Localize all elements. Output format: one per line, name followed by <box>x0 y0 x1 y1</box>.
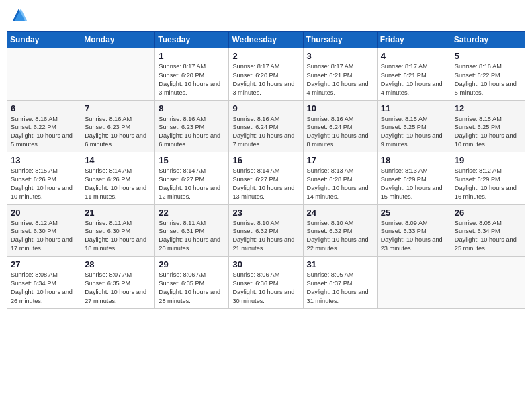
calendar-cell: 1Sunrise: 8:17 AM Sunset: 6:20 PM Daylig… <box>155 48 229 101</box>
day-info: Sunrise: 8:13 AM Sunset: 6:29 PM Dayligh… <box>381 167 447 201</box>
day-info: Sunrise: 8:16 AM Sunset: 6:22 PM Dayligh… <box>11 115 77 150</box>
weekday-header-thursday: Thursday <box>303 32 377 48</box>
calendar-cell <box>81 48 155 101</box>
day-info: Sunrise: 8:16 AM Sunset: 6:24 PM Dayligh… <box>307 115 373 150</box>
calendar-cell: 9Sunrise: 8:16 AM Sunset: 6:24 PM Daylig… <box>229 100 303 152</box>
weekday-header-monday: Monday <box>81 32 155 48</box>
logo <box>9 7 30 26</box>
day-info: Sunrise: 8:12 AM Sunset: 6:30 PM Dayligh… <box>11 219 77 254</box>
day-number: 2 <box>232 51 299 61</box>
calendar-cell: 10Sunrise: 8:16 AM Sunset: 6:24 PM Dayli… <box>303 100 377 152</box>
day-info: Sunrise: 8:16 AM Sunset: 6:23 PM Dayligh… <box>85 115 151 150</box>
page-header <box>7 7 525 26</box>
day-info: Sunrise: 8:16 AM Sunset: 6:23 PM Dayligh… <box>159 115 225 150</box>
day-number: 9 <box>232 103 299 113</box>
day-info: Sunrise: 8:08 AM Sunset: 6:34 PM Dayligh… <box>455 219 521 254</box>
calendar-cell: 14Sunrise: 8:14 AM Sunset: 6:26 PM Dayli… <box>81 152 155 205</box>
day-number: 17 <box>307 155 373 165</box>
day-info: Sunrise: 8:15 AM Sunset: 6:26 PM Dayligh… <box>11 167 77 201</box>
day-number: 4 <box>381 51 447 61</box>
day-number: 24 <box>307 208 373 218</box>
day-info: Sunrise: 8:08 AM Sunset: 6:34 PM Dayligh… <box>11 271 77 306</box>
day-info: Sunrise: 8:05 AM Sunset: 6:37 PM Dayligh… <box>307 271 373 306</box>
day-info: Sunrise: 8:17 AM Sunset: 6:21 PM Dayligh… <box>381 62 447 97</box>
day-info: Sunrise: 8:15 AM Sunset: 6:25 PM Dayligh… <box>381 115 447 150</box>
calendar-cell: 6Sunrise: 8:16 AM Sunset: 6:22 PM Daylig… <box>7 100 81 152</box>
day-number: 8 <box>159 103 225 113</box>
calendar-cell: 19Sunrise: 8:12 AM Sunset: 6:29 PM Dayli… <box>451 152 525 205</box>
day-number: 19 <box>455 155 521 165</box>
day-info: Sunrise: 8:15 AM Sunset: 6:25 PM Dayligh… <box>455 115 521 150</box>
calendar-cell: 2Sunrise: 8:17 AM Sunset: 6:20 PM Daylig… <box>229 48 303 101</box>
day-info: Sunrise: 8:06 AM Sunset: 6:36 PM Dayligh… <box>232 271 299 306</box>
day-info: Sunrise: 8:09 AM Sunset: 6:33 PM Dayligh… <box>381 219 447 254</box>
calendar-cell: 8Sunrise: 8:16 AM Sunset: 6:23 PM Daylig… <box>155 100 229 152</box>
weekday-header-row: SundayMondayTuesdayWednesdayThursdayFrid… <box>7 32 525 48</box>
calendar-cell: 12Sunrise: 8:15 AM Sunset: 6:25 PM Dayli… <box>451 100 525 152</box>
day-number: 25 <box>381 208 447 218</box>
calendar-cell: 13Sunrise: 8:15 AM Sunset: 6:26 PM Dayli… <box>7 152 81 205</box>
day-number: 14 <box>85 155 151 165</box>
calendar-week-2: 6Sunrise: 8:16 AM Sunset: 6:22 PM Daylig… <box>7 100 525 152</box>
day-number: 11 <box>381 103 447 113</box>
day-info: Sunrise: 8:10 AM Sunset: 6:32 PM Dayligh… <box>232 219 299 254</box>
calendar-cell: 5Sunrise: 8:16 AM Sunset: 6:22 PM Daylig… <box>451 48 525 101</box>
weekday-header-wednesday: Wednesday <box>229 32 303 48</box>
day-number: 1 <box>159 51 225 61</box>
day-number: 10 <box>307 103 373 113</box>
calendar-cell: 20Sunrise: 8:12 AM Sunset: 6:30 PM Dayli… <box>7 204 81 257</box>
day-info: Sunrise: 8:14 AM Sunset: 6:26 PM Dayligh… <box>85 167 151 201</box>
calendar-week-1: 1Sunrise: 8:17 AM Sunset: 6:20 PM Daylig… <box>7 48 525 101</box>
calendar-cell: 28Sunrise: 8:07 AM Sunset: 6:35 PM Dayli… <box>81 257 155 309</box>
calendar-cell <box>377 257 451 309</box>
day-info: Sunrise: 8:07 AM Sunset: 6:35 PM Dayligh… <box>85 271 151 306</box>
day-number: 27 <box>11 259 77 269</box>
calendar-cell: 27Sunrise: 8:08 AM Sunset: 6:34 PM Dayli… <box>7 257 81 309</box>
day-number: 3 <box>307 51 373 61</box>
weekday-header-sunday: Sunday <box>7 32 81 48</box>
calendar-cell: 23Sunrise: 8:10 AM Sunset: 6:32 PM Dayli… <box>229 204 303 257</box>
day-number: 23 <box>232 208 299 218</box>
calendar-cell: 16Sunrise: 8:14 AM Sunset: 6:27 PM Dayli… <box>229 152 303 205</box>
calendar-cell: 11Sunrise: 8:15 AM Sunset: 6:25 PM Dayli… <box>377 100 451 152</box>
logo-icon <box>9 7 28 26</box>
day-number: 18 <box>381 155 447 165</box>
day-info: Sunrise: 8:11 AM Sunset: 6:30 PM Dayligh… <box>85 219 151 254</box>
calendar-week-4: 20Sunrise: 8:12 AM Sunset: 6:30 PM Dayli… <box>7 204 525 257</box>
calendar-cell: 25Sunrise: 8:09 AM Sunset: 6:33 PM Dayli… <box>377 204 451 257</box>
weekday-header-friday: Friday <box>377 32 451 48</box>
day-info: Sunrise: 8:16 AM Sunset: 6:24 PM Dayligh… <box>232 115 299 150</box>
day-number: 29 <box>159 259 225 269</box>
day-number: 21 <box>85 208 151 218</box>
calendar-cell: 26Sunrise: 8:08 AM Sunset: 6:34 PM Dayli… <box>451 204 525 257</box>
calendar-week-5: 27Sunrise: 8:08 AM Sunset: 6:34 PM Dayli… <box>7 257 525 309</box>
day-info: Sunrise: 8:12 AM Sunset: 6:29 PM Dayligh… <box>455 167 521 201</box>
day-info: Sunrise: 8:14 AM Sunset: 6:27 PM Dayligh… <box>232 167 299 201</box>
calendar-cell: 31Sunrise: 8:05 AM Sunset: 6:37 PM Dayli… <box>303 257 377 309</box>
day-number: 28 <box>85 259 151 269</box>
calendar-cell: 17Sunrise: 8:13 AM Sunset: 6:28 PM Dayli… <box>303 152 377 205</box>
day-number: 20 <box>11 208 77 218</box>
calendar-cell: 21Sunrise: 8:11 AM Sunset: 6:30 PM Dayli… <box>81 204 155 257</box>
day-info: Sunrise: 8:11 AM Sunset: 6:31 PM Dayligh… <box>159 219 225 254</box>
calendar-cell: 4Sunrise: 8:17 AM Sunset: 6:21 PM Daylig… <box>377 48 451 101</box>
day-number: 22 <box>159 208 225 218</box>
day-number: 26 <box>455 208 521 218</box>
day-number: 31 <box>307 259 373 269</box>
day-info: Sunrise: 8:17 AM Sunset: 6:20 PM Dayligh… <box>159 62 225 97</box>
calendar-cell <box>451 257 525 309</box>
day-info: Sunrise: 8:16 AM Sunset: 6:22 PM Dayligh… <box>455 62 521 97</box>
calendar-cell: 22Sunrise: 8:11 AM Sunset: 6:31 PM Dayli… <box>155 204 229 257</box>
day-number: 30 <box>232 259 299 269</box>
calendar-cell: 30Sunrise: 8:06 AM Sunset: 6:36 PM Dayli… <box>229 257 303 309</box>
weekday-header-tuesday: Tuesday <box>155 32 229 48</box>
day-number: 15 <box>159 155 225 165</box>
day-info: Sunrise: 8:17 AM Sunset: 6:20 PM Dayligh… <box>232 62 299 97</box>
day-number: 12 <box>455 103 521 113</box>
calendar-table: SundayMondayTuesdayWednesdayThursdayFrid… <box>7 31 525 309</box>
calendar-cell: 15Sunrise: 8:14 AM Sunset: 6:27 PM Dayli… <box>155 152 229 205</box>
calendar-cell: 24Sunrise: 8:10 AM Sunset: 6:32 PM Dayli… <box>303 204 377 257</box>
day-info: Sunrise: 8:10 AM Sunset: 6:32 PM Dayligh… <box>307 219 373 254</box>
calendar-cell: 3Sunrise: 8:17 AM Sunset: 6:21 PM Daylig… <box>303 48 377 101</box>
calendar-cell: 7Sunrise: 8:16 AM Sunset: 6:23 PM Daylig… <box>81 100 155 152</box>
